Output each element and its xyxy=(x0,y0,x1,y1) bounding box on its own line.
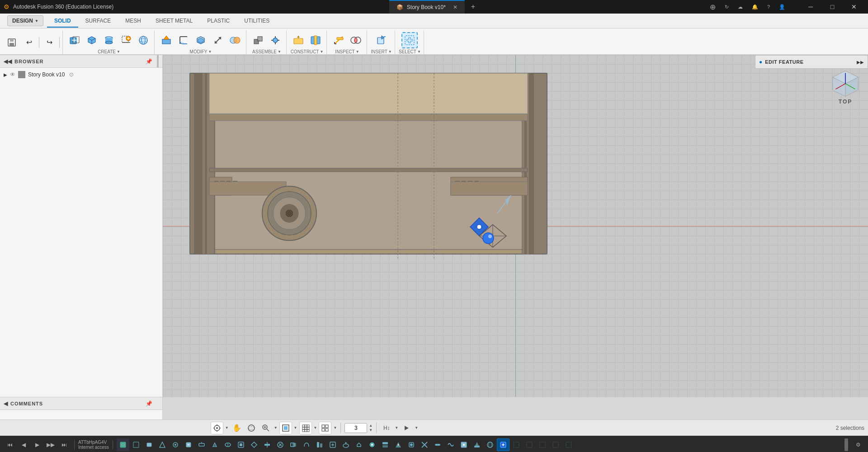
create-label[interactable]: CREATE ▼ xyxy=(98,49,120,54)
user-button[interactable]: 👤 xyxy=(775,1,789,12)
visibility-toggle[interactable]: 👁 xyxy=(10,71,15,78)
tl-item-10[interactable] xyxy=(235,438,247,451)
refresh-button[interactable]: ↻ xyxy=(721,1,733,12)
save-button[interactable] xyxy=(4,34,20,51)
save-online-button[interactable]: ☁ xyxy=(734,1,747,12)
browser-collapse-icon[interactable]: ◀◀ xyxy=(4,58,12,65)
expand-arrow[interactable]: ▶ xyxy=(4,72,7,77)
tl-item-5[interactable] xyxy=(169,438,182,451)
comments-divider-handle[interactable] xyxy=(157,397,159,410)
nav-cube-area[interactable]: Top xyxy=(827,69,863,105)
cylinder-button[interactable] xyxy=(101,32,117,48)
tl-item-8[interactable] xyxy=(208,438,221,451)
restore-button[interactable]: □ xyxy=(822,0,843,14)
sphere-button[interactable] xyxy=(135,32,151,48)
select-button[interactable] xyxy=(401,32,418,48)
combine-button[interactable] xyxy=(227,32,243,48)
tl-item-18[interactable] xyxy=(340,438,352,451)
redo-button[interactable]: ↪ xyxy=(41,34,57,51)
close-button[interactable]: ✕ xyxy=(844,0,864,14)
tl-item-21[interactable] xyxy=(379,438,392,451)
browser-divider-handle[interactable] xyxy=(157,55,159,67)
tl-item-29[interactable] xyxy=(484,438,496,451)
simulation-button[interactable] xyxy=(400,422,413,434)
zoom-button[interactable] xyxy=(259,422,272,434)
display-arrow[interactable]: ▼ xyxy=(294,426,297,430)
tl-item-24[interactable] xyxy=(418,438,431,451)
scale-button[interactable] xyxy=(210,32,226,48)
minimize-button[interactable]: ─ xyxy=(800,0,821,14)
fillet-button[interactable] xyxy=(175,32,192,48)
tl-item-13[interactable] xyxy=(274,438,287,451)
tab-sheetmetal[interactable]: SHEET METAL xyxy=(148,15,200,28)
snap-arrow[interactable]: ▼ xyxy=(225,426,229,430)
tl-item-9[interactable] xyxy=(222,438,234,451)
insert-derive-button[interactable] xyxy=(373,32,390,48)
tl-item-26[interactable] xyxy=(444,438,457,451)
tl-item-15[interactable] xyxy=(300,438,313,451)
inspect-label[interactable]: INSPECT ▼ xyxy=(335,49,359,54)
shell-button[interactable] xyxy=(193,32,209,48)
tl-item-31[interactable] xyxy=(523,438,536,451)
browser-pin-icon[interactable]: 📌 xyxy=(146,58,152,65)
new-component-button[interactable] xyxy=(66,32,83,48)
tl-item-19[interactable] xyxy=(353,438,365,451)
grid-arrow[interactable]: ▼ xyxy=(314,426,317,430)
sim-arrow[interactable]: ▼ xyxy=(415,426,418,430)
tl-item-30[interactable] xyxy=(510,438,523,451)
new-component-assemble-button[interactable] xyxy=(250,32,266,48)
height-arrow[interactable]: ▼ xyxy=(395,426,398,430)
grid-button[interactable] xyxy=(299,422,312,434)
offset-plane-button[interactable] xyxy=(290,32,307,48)
tl-item-4[interactable] xyxy=(156,438,169,451)
tl-item-32[interactable] xyxy=(536,438,549,451)
comments-collapse-icon[interactable]: ◀ xyxy=(4,400,8,407)
zoom-level-input[interactable] xyxy=(344,423,367,433)
box-button[interactable] xyxy=(84,32,100,48)
modify-label[interactable]: MODIFY ▼ xyxy=(190,49,212,54)
snap-button[interactable] xyxy=(211,422,223,434)
tl-item-16[interactable] xyxy=(313,438,326,451)
tl-item-1[interactable] xyxy=(117,438,129,451)
layout-arrow[interactable]: ▼ xyxy=(333,426,337,430)
tl-item-34[interactable] xyxy=(562,438,575,451)
select-label[interactable]: SELECT ▼ xyxy=(399,49,421,54)
tab-surface[interactable]: SURFACE xyxy=(78,15,118,28)
tl-item-2[interactable] xyxy=(130,438,142,451)
layout-grid-button[interactable] xyxy=(319,422,331,434)
display-mode-button[interactable] xyxy=(279,422,292,434)
tl-item-active[interactable] xyxy=(497,438,509,451)
orbit-button[interactable] xyxy=(245,422,258,434)
press-pull-button[interactable] xyxy=(158,32,175,48)
timeline-prev-button[interactable]: ◀ xyxy=(17,438,30,451)
insert-label[interactable]: INSERT ▼ xyxy=(371,49,392,54)
tl-item-6[interactable] xyxy=(182,438,195,451)
measure-button[interactable] xyxy=(330,32,347,48)
comments-pin-icon[interactable]: 📌 xyxy=(146,400,152,407)
tab-close-icon[interactable]: ✕ xyxy=(453,4,458,10)
tl-item-27[interactable] xyxy=(458,438,470,451)
tl-item-33[interactable] xyxy=(549,438,562,451)
settings-gear-button[interactable]: ⚙ xyxy=(852,438,864,451)
assemble-label[interactable]: ASSEMBLE ▼ xyxy=(252,49,281,54)
interference-button[interactable] xyxy=(348,32,364,48)
tl-item-17[interactable] xyxy=(326,438,339,451)
joint-button[interactable] xyxy=(267,32,283,48)
midplane-button[interactable] xyxy=(307,32,324,48)
zoom-stepper[interactable]: ▲ ▼ xyxy=(369,424,373,433)
timeline-start-button[interactable]: ⏮ xyxy=(4,438,16,451)
tl-item-11[interactable] xyxy=(248,438,260,451)
tl-item-23[interactable] xyxy=(405,438,418,451)
design-dropdown[interactable]: DESIGN ▼ xyxy=(7,15,43,26)
tl-item-25[interactable] xyxy=(431,438,444,451)
tl-item-28[interactable] xyxy=(471,438,483,451)
notifications-button[interactable]: 🔔 xyxy=(748,1,762,12)
viewport[interactable]: ● EDIT FEATURE ▶▶ Top xyxy=(163,55,868,397)
tl-item-14[interactable] xyxy=(287,438,300,451)
tl-item-20[interactable] xyxy=(366,438,378,451)
help-button[interactable]: ? xyxy=(763,1,774,12)
sketch-button[interactable] xyxy=(118,32,134,48)
construct-label[interactable]: CONSTRUCT ▼ xyxy=(291,49,324,54)
tab-mesh[interactable]: MESH xyxy=(118,15,148,28)
tl-item-12[interactable] xyxy=(261,438,274,451)
